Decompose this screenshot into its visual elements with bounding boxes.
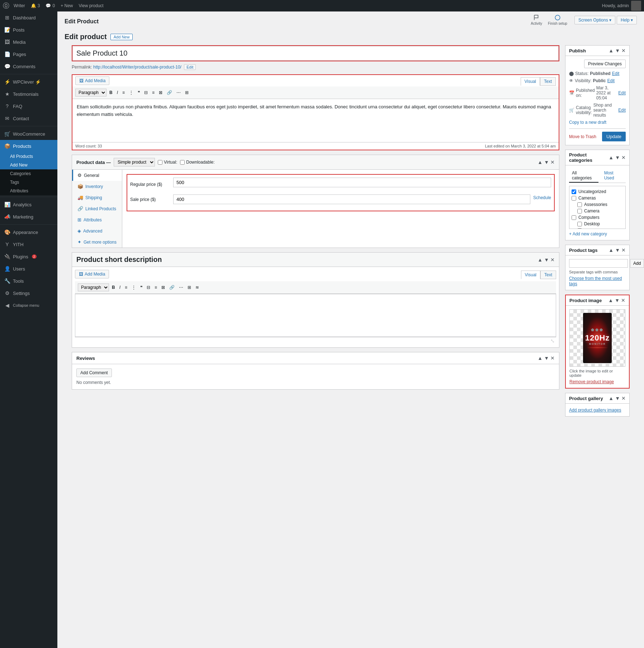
adminbar-new[interactable]: + New [58,3,76,8]
activity-button[interactable]: Activity [531,14,542,25]
tags-input[interactable] [569,259,628,268]
tab-linked-products[interactable]: 🔗 Linked Products [72,203,122,214]
cat-checkbox-desktop[interactable] [577,222,582,226]
tab-advanced[interactable]: ◈ Advanced [72,225,122,236]
short-desc-editor-content[interactable] [75,294,556,337]
short-desc-italic[interactable]: I [118,284,122,291]
short-desc-ul[interactable]: ≡ [123,284,129,291]
visibility-edit-link[interactable]: Edit [607,78,615,83]
status-edit-link[interactable]: Edit [612,71,620,76]
copy-draft-link[interactable]: Copy to a new draft [569,120,626,125]
move-trash-link[interactable]: Move to Trash [569,134,596,139]
regular-price-input[interactable] [173,178,551,187]
catalog-edit-link[interactable]: Edit [618,108,626,113]
publish-close[interactable]: ✕ [621,48,626,53]
short-desc-close[interactable]: ✕ [550,257,555,263]
short-desc-more[interactable]: ⋯ [177,284,185,291]
submenu-tags[interactable]: Tags [0,178,57,187]
add-gallery-link[interactable]: Add product gallery images [569,408,621,413]
short-desc-bold[interactable]: B [110,284,117,291]
sidebar-item-media[interactable]: 🖼 Media [0,36,57,48]
product-data-expand-down[interactable]: ▼ [544,159,549,165]
sidebar-item-collapse[interactable]: ◀ Collapse menu [0,299,57,311]
categories-header[interactable]: Product categories ▲ ▼ ✕ [565,150,629,165]
short-desc-add-media[interactable]: 🖼 Add Media [75,270,109,278]
short-desc-grid[interactable]: ⊞ [186,284,193,291]
sidebar-item-appearance[interactable]: 🎨 Appearance [0,226,57,238]
unordered-list-button[interactable]: ≡ [121,89,126,96]
product-data-expand-up[interactable]: ▲ [538,159,543,165]
short-desc-paragraph-select[interactable]: Paragraph [78,283,109,291]
gallery-header[interactable]: Product gallery ▲ ▼ ✕ [565,393,629,404]
short-desc-expand-up[interactable]: ▲ [538,257,543,263]
align-left-button[interactable]: ⊟ [143,89,149,96]
reviews-expand-down[interactable]: ▼ [544,355,549,361]
finish-setup-button[interactable]: Finish setup [548,14,567,25]
product-image-container[interactable]: ⬟⬟⬟ 120Hz MONITOR [569,309,625,367]
publish-box-header[interactable]: Publish ▲ ▼ ✕ [565,46,629,56]
tags-expand-down[interactable]: ▼ [615,247,620,253]
gallery-close[interactable]: ✕ [621,395,626,401]
product-type-select[interactable]: Simple product [114,158,155,166]
tab-shipping[interactable]: 🚚 Shipping [72,192,122,203]
reviews-header[interactable]: Reviews ▲ ▼ ✕ [72,352,559,364]
short-desc-ol[interactable]: ⋮ [130,284,137,291]
permalink-url[interactable]: http://localhost/Writer/product/sale-pro… [93,65,181,70]
tags-header[interactable]: Product tags ▲ ▼ ✕ [565,245,629,255]
sidebar-item-products[interactable]: 📦 Products [0,140,57,152]
sidebar-item-posts[interactable]: 📝 Posts [0,24,57,36]
bold-button[interactable]: B [108,89,114,96]
short-description-header[interactable]: Product short description ▲ ▼ ✕ [72,253,559,267]
cat-checkbox-assessories[interactable] [577,202,582,207]
align-right-button[interactable]: ⊠ [157,89,164,96]
sidebar-item-plugins[interactable]: 🔌 Plugins 2 [0,250,57,263]
tab-inventory[interactable]: 📦 Inventory [72,181,122,192]
short-desc-quote[interactable]: ❝ [139,284,144,291]
short-desc-align-center[interactable]: ≡ [153,284,158,291]
cat-checkbox-uncategorized[interactable] [572,189,576,194]
product-image-header[interactable]: Product image ▲ ▼ ✕ [566,295,629,306]
categories-expand-down[interactable]: ▼ [615,155,620,160]
virtual-checkbox[interactable] [158,160,162,165]
sidebar-item-wpclever[interactable]: ⚡ WPClever ⚡ [0,76,57,88]
short-desc-extra[interactable]: ≋ [194,284,200,291]
publish-expand-down[interactable]: ▼ [615,48,620,53]
permalink-edit-button[interactable]: Edit [184,64,196,70]
submenu-attributes[interactable]: Attributes [0,187,57,195]
submenu-add-new[interactable]: Add New [0,161,57,169]
submenu-all-products[interactable]: All Products [0,152,57,161]
tab-attributes[interactable]: ⊞ Attributes [72,214,122,225]
sidebar-item-analytics[interactable]: 📊 Analytics [0,198,57,211]
sidebar-item-yith[interactable]: Y YITH [0,238,57,250]
grid-button[interactable]: ⊞ [184,89,190,96]
sidebar-item-users[interactable]: 👤 Users [0,263,57,275]
editor-content[interactable]: Etiam sollicitudin purus non pharetra fi… [72,99,559,142]
product-data-close[interactable]: ✕ [550,159,555,165]
sidebar-item-testimonials[interactable]: ★ Testimonials [0,88,57,100]
categories-close[interactable]: ✕ [621,155,626,160]
remove-image-link[interactable]: Remove product image [569,379,614,384]
link-button[interactable]: 🔗 [165,89,174,96]
tags-close[interactable]: ✕ [621,247,626,253]
tags-expand-up[interactable]: ▲ [609,247,614,253]
add-category-link[interactable]: + Add new category [569,231,607,236]
adminbar-site[interactable]: Writer [11,3,28,8]
schedule-link[interactable]: Schedule [533,195,551,200]
tab-text[interactable]: Text [540,77,556,86]
cat-checkbox-laptop[interactable] [577,228,582,229]
sidebar-item-settings[interactable]: ⚙ Settings [0,287,57,299]
adminbar-view-product[interactable]: View product [76,3,106,8]
categories-expand-up[interactable]: ▲ [609,155,614,160]
short-desc-text-tab[interactable]: Text [540,271,556,279]
short-desc-align-right[interactable]: ⊠ [160,284,166,291]
paragraph-select[interactable]: Paragraph [75,89,106,97]
add-media-button[interactable]: 🖼 Add Media [75,76,109,85]
tags-add-button[interactable]: Add [630,259,644,268]
tab-more-options[interactable]: ✦ Get more options [72,236,122,248]
sidebar-item-marketing[interactable]: 📣 Marketing [0,211,57,223]
reviews-close[interactable]: ✕ [550,355,555,361]
submenu-categories[interactable]: Categories [0,169,57,178]
add-comment-button[interactable]: Add Comment [76,368,112,377]
cat-checkbox-computers[interactable] [572,215,576,220]
reviews-expand-up[interactable]: ▲ [538,355,543,361]
